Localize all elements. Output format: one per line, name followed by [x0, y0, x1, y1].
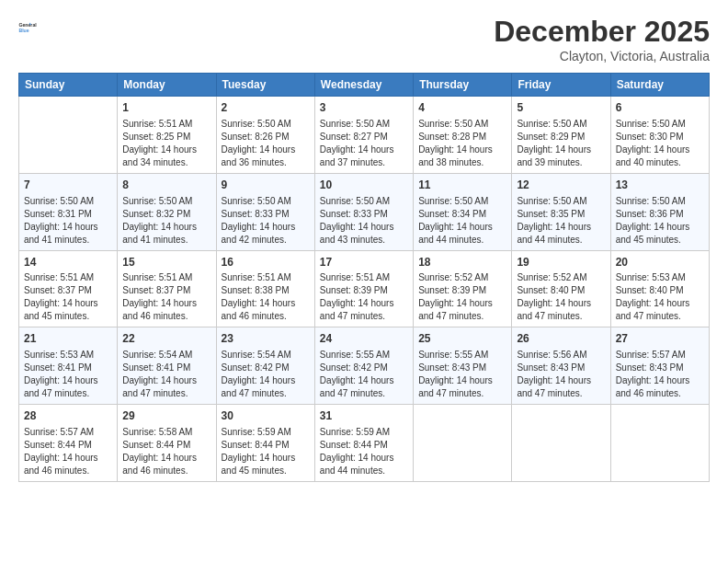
day-number: 18	[418, 255, 506, 270]
day-info: and 45 minutes.	[222, 465, 310, 477]
day-info: Sunset: 8:43 PM	[517, 362, 605, 374]
header-sunday: Sunday	[19, 74, 118, 97]
day-info: and 47 minutes.	[517, 310, 605, 323]
day-info: Sunrise: 5:51 AM	[222, 271, 310, 284]
day-number: 1	[122, 100, 210, 116]
day-info: Sunset: 8:38 PM	[222, 284, 310, 297]
day-info: Sunrise: 5:50 AM	[616, 118, 704, 131]
table-row: 21Sunrise: 5:53 AMSunset: 8:41 PMDayligh…	[19, 327, 118, 405]
day-info: Daylight: 14 hours	[222, 374, 310, 387]
day-info: Sunset: 8:44 PM	[320, 439, 408, 452]
day-info: and 36 minutes.	[222, 156, 310, 169]
day-number: 28	[24, 408, 112, 424]
day-info: Sunset: 8:41 PM	[24, 362, 112, 374]
table-row: 24Sunrise: 5:55 AMSunset: 8:42 PMDayligh…	[314, 327, 413, 405]
day-number: 31	[320, 408, 408, 424]
table-row: 23Sunrise: 5:54 AMSunset: 8:42 PMDayligh…	[216, 327, 314, 405]
day-info: and 47 minutes.	[418, 310, 506, 323]
calendar-page: General Blue General Blue December 2025 …	[0, 0, 728, 563]
table-row: 19Sunrise: 5:52 AMSunset: 8:40 PMDayligh…	[512, 250, 610, 327]
day-info: and 46 minutes.	[222, 310, 310, 323]
day-info: Sunset: 8:33 PM	[222, 208, 310, 221]
calendar-week-row: 7Sunrise: 5:50 AMSunset: 8:31 PMDaylight…	[19, 173, 710, 250]
day-info: Sunset: 8:32 PM	[122, 208, 210, 221]
table-row: 4Sunrise: 5:50 AMSunset: 8:28 PMDaylight…	[414, 97, 512, 174]
table-row: 30Sunrise: 5:59 AMSunset: 8:44 PMDayligh…	[216, 405, 314, 482]
day-info: Sunset: 8:28 PM	[418, 131, 506, 144]
day-number: 25	[418, 331, 506, 347]
day-info: and 39 minutes.	[517, 156, 605, 169]
day-info: and 34 minutes.	[122, 156, 210, 169]
table-row: 22Sunrise: 5:54 AMSunset: 8:41 PMDayligh…	[118, 327, 216, 405]
day-info: Sunset: 8:36 PM	[616, 208, 704, 221]
table-row: 27Sunrise: 5:57 AMSunset: 8:43 PMDayligh…	[610, 327, 709, 405]
day-info: Sunrise: 5:50 AM	[517, 118, 605, 131]
day-info: Sunrise: 5:50 AM	[222, 195, 310, 208]
svg-text:General: General	[18, 22, 37, 28]
day-info: Sunset: 8:42 PM	[222, 362, 310, 374]
logo: General Blue General Blue	[18, 15, 44, 40]
day-info: Daylight: 14 hours	[222, 144, 310, 156]
month-title: December 2025	[494, 15, 710, 49]
day-info: and 44 minutes.	[320, 465, 408, 477]
svg-text:Blue: Blue	[18, 28, 28, 33]
calendar-week-row: 1Sunrise: 5:51 AMSunset: 8:25 PMDaylight…	[19, 97, 710, 174]
day-info: Daylight: 14 hours	[24, 297, 112, 310]
day-info: Sunrise: 5:54 AM	[122, 349, 210, 362]
day-info: Sunset: 8:43 PM	[616, 362, 704, 374]
table-row: 13Sunrise: 5:50 AMSunset: 8:36 PMDayligh…	[610, 173, 709, 250]
day-info: Sunrise: 5:50 AM	[320, 118, 408, 131]
day-info: and 46 minutes.	[122, 465, 210, 477]
day-number: 10	[320, 178, 408, 193]
day-number: 23	[222, 331, 310, 347]
day-number: 14	[24, 255, 112, 270]
calendar-table: Sunday Monday Tuesday Wednesday Thursday…	[18, 73, 710, 482]
day-number: 13	[616, 178, 704, 193]
table-row: 7Sunrise: 5:50 AMSunset: 8:31 PMDaylight…	[19, 173, 118, 250]
day-info: Daylight: 14 hours	[222, 221, 310, 234]
day-info: Sunrise: 5:51 AM	[122, 271, 210, 284]
day-info: Daylight: 14 hours	[616, 374, 704, 387]
day-info: Sunrise: 5:58 AM	[122, 426, 210, 439]
table-row: 8Sunrise: 5:50 AMSunset: 8:32 PMDaylight…	[118, 173, 216, 250]
table-row: 9Sunrise: 5:50 AMSunset: 8:33 PMDaylight…	[216, 173, 314, 250]
day-number: 7	[24, 178, 112, 193]
day-info: and 37 minutes.	[320, 156, 408, 169]
header-monday: Monday	[118, 74, 216, 97]
day-info: Sunset: 8:26 PM	[222, 131, 310, 144]
day-number: 29	[122, 408, 210, 424]
header-saturday: Saturday	[610, 74, 709, 97]
day-info: and 40 minutes.	[616, 156, 704, 169]
day-number: 26	[517, 331, 605, 347]
header-tuesday: Tuesday	[216, 74, 314, 97]
day-info: and 47 minutes.	[222, 387, 310, 400]
day-info: Daylight: 14 hours	[517, 297, 605, 310]
day-info: Sunrise: 5:55 AM	[418, 349, 506, 362]
day-info: and 38 minutes.	[418, 156, 506, 169]
day-info: Sunrise: 5:51 AM	[320, 271, 408, 284]
day-info: and 47 minutes.	[24, 387, 112, 400]
table-row: 5Sunrise: 5:50 AMSunset: 8:29 PMDaylight…	[512, 97, 610, 174]
day-info: and 47 minutes.	[122, 387, 210, 400]
day-number: 8	[122, 178, 210, 193]
day-info: Daylight: 14 hours	[616, 297, 704, 310]
title-block: December 2025 Clayton, Victoria, Austral…	[494, 15, 710, 63]
day-info: Sunset: 8:41 PM	[122, 362, 210, 374]
day-info: Sunset: 8:25 PM	[122, 131, 210, 144]
table-row: 28Sunrise: 5:57 AMSunset: 8:44 PMDayligh…	[19, 405, 118, 482]
day-info: Sunset: 8:37 PM	[122, 284, 210, 297]
day-info: and 47 minutes.	[616, 310, 704, 323]
day-info: Sunrise: 5:53 AM	[24, 349, 112, 362]
table-row: 12Sunrise: 5:50 AMSunset: 8:35 PMDayligh…	[512, 173, 610, 250]
location-subtitle: Clayton, Victoria, Australia	[494, 49, 710, 63]
day-info: and 42 minutes.	[222, 234, 310, 247]
day-number: 4	[418, 100, 506, 116]
day-info: Sunrise: 5:50 AM	[418, 118, 506, 131]
day-info: Daylight: 14 hours	[418, 374, 506, 387]
day-info: Sunset: 8:44 PM	[24, 439, 112, 452]
day-info: Sunrise: 5:52 AM	[418, 271, 506, 284]
day-info: and 44 minutes.	[418, 234, 506, 247]
day-number: 30	[222, 408, 310, 424]
table-row: 31Sunrise: 5:59 AMSunset: 8:44 PMDayligh…	[314, 405, 413, 482]
day-info: Sunrise: 5:53 AM	[616, 271, 704, 284]
